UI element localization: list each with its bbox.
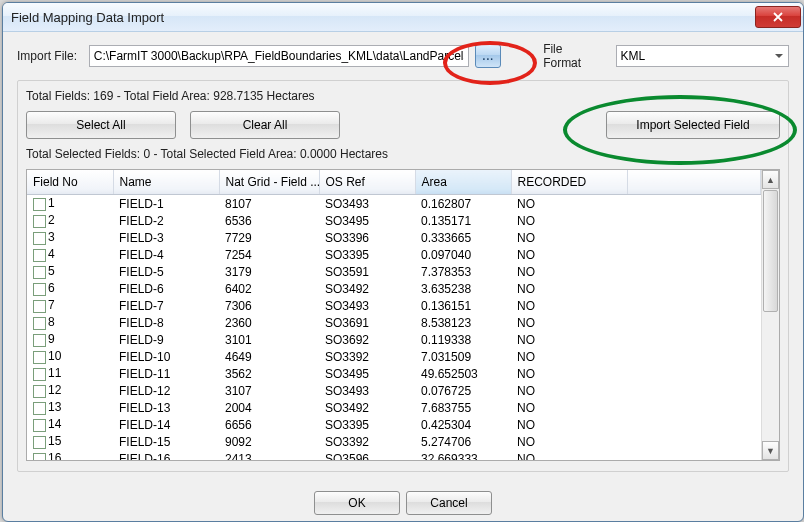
table-row[interactable]: 14FIELD-146656SO33950.425304NO	[27, 416, 761, 433]
col-nat-grid[interactable]: Nat Grid - Field ...	[219, 170, 319, 195]
table-row[interactable]: 10FIELD-104649SO33927.031509NO	[27, 348, 761, 365]
cell-os-ref: SO3692	[319, 331, 415, 348]
table-header-row: Field No Name Nat Grid - Field ... OS Re…	[27, 170, 761, 195]
col-recorded[interactable]: RECORDED	[511, 170, 627, 195]
cell-os-ref: SO3395	[319, 416, 415, 433]
cell-recorded: NO	[511, 314, 627, 331]
cell-os-ref: SO3495	[319, 365, 415, 382]
scroll-down-arrow[interactable]: ▼	[762, 441, 779, 460]
table-row[interactable]: 4FIELD-47254SO33950.097040NO	[27, 246, 761, 263]
cell-area: 0.162807	[415, 195, 511, 213]
cell-recorded: NO	[511, 229, 627, 246]
cell-os-ref: SO3493	[319, 297, 415, 314]
cell-os-ref: SO3492	[319, 280, 415, 297]
cell-name: FIELD-14	[113, 416, 219, 433]
row-checkbox[interactable]	[33, 249, 46, 262]
cell-nat-grid: 6402	[219, 280, 319, 297]
scroll-up-arrow[interactable]: ▲	[762, 170, 779, 189]
row-checkbox[interactable]	[33, 385, 46, 398]
cell-recorded: NO	[511, 263, 627, 280]
file-format-select[interactable]: KML	[616, 45, 789, 67]
browse-button[interactable]: ...	[475, 44, 501, 68]
row-checkbox[interactable]	[33, 283, 46, 296]
row-checkbox[interactable]	[33, 453, 46, 460]
col-field-no[interactable]: Field No	[27, 170, 113, 195]
row-checkbox[interactable]	[33, 334, 46, 347]
cell-recorded: NO	[511, 195, 627, 213]
fields-table-container: Field No Name Nat Grid - Field ... OS Re…	[26, 169, 780, 461]
cell-area: 7.683755	[415, 399, 511, 416]
table-row[interactable]: 3FIELD-37729SO33960.333665NO	[27, 229, 761, 246]
cell-nat-grid: 9092	[219, 433, 319, 450]
cancel-button[interactable]: Cancel	[406, 491, 492, 515]
table-row[interactable]: 6FIELD-66402SO34923.635238NO	[27, 280, 761, 297]
row-checkbox[interactable]	[33, 419, 46, 432]
col-name[interactable]: Name	[113, 170, 219, 195]
table-row[interactable]: 1FIELD-18107SO34930.162807NO	[27, 195, 761, 213]
table-row[interactable]: 13FIELD-132004SO34927.683755NO	[27, 399, 761, 416]
cell-nat-grid: 7254	[219, 246, 319, 263]
cell-area: 0.076725	[415, 382, 511, 399]
table-row[interactable]: 9FIELD-93101SO36920.119338NO	[27, 331, 761, 348]
cell-nat-grid: 3101	[219, 331, 319, 348]
import-file-input[interactable]	[89, 45, 470, 67]
cell-recorded: NO	[511, 382, 627, 399]
scroll-track[interactable]	[762, 313, 779, 441]
close-button[interactable]	[755, 6, 801, 28]
table-row[interactable]: 8FIELD-82360SO36918.538123NO	[27, 314, 761, 331]
scroll-thumb[interactable]	[763, 190, 778, 312]
vertical-scrollbar[interactable]: ▲ ▼	[761, 170, 779, 460]
cell-area: 0.425304	[415, 416, 511, 433]
cell-name: FIELD-6	[113, 280, 219, 297]
table-row[interactable]: 2FIELD-26536SO34950.135171NO	[27, 212, 761, 229]
table-row[interactable]: 5FIELD-53179SO35917.378353NO	[27, 263, 761, 280]
cell-name: FIELD-8	[113, 314, 219, 331]
cell-os-ref: SO3493	[319, 382, 415, 399]
table-row[interactable]: 15FIELD-159092SO33925.274706NO	[27, 433, 761, 450]
cell-area: 0.097040	[415, 246, 511, 263]
cell-nat-grid: 3107	[219, 382, 319, 399]
table-row[interactable]: 16FIELD-162413SO359632.669333NO	[27, 450, 761, 460]
col-area[interactable]: Area	[415, 170, 511, 195]
table-row[interactable]: 12FIELD-123107SO34930.076725NO	[27, 382, 761, 399]
import-file-row: Import File: ... File Format KML	[17, 42, 789, 70]
cell-name: FIELD-10	[113, 348, 219, 365]
clear-all-button[interactable]: Clear All	[190, 111, 340, 139]
cell-area: 0.119338	[415, 331, 511, 348]
fields-table-scroll: Field No Name Nat Grid - Field ... OS Re…	[27, 170, 761, 460]
selected-totals-summary: Total Selected Fields: 0 - Total Selecte…	[26, 147, 780, 161]
fields-table: Field No Name Nat Grid - Field ... OS Re…	[27, 170, 761, 460]
row-checkbox[interactable]	[33, 317, 46, 330]
row-checkbox[interactable]	[33, 436, 46, 449]
row-checkbox[interactable]	[33, 266, 46, 279]
row-checkbox[interactable]	[33, 402, 46, 415]
select-all-button[interactable]: Select All	[26, 111, 176, 139]
cell-name: FIELD-3	[113, 229, 219, 246]
cell-name: FIELD-4	[113, 246, 219, 263]
table-row[interactable]: 7FIELD-77306SO34930.136151NO	[27, 297, 761, 314]
cell-area: 0.333665	[415, 229, 511, 246]
row-checkbox[interactable]	[33, 215, 46, 228]
row-checkbox[interactable]	[33, 351, 46, 364]
col-os-ref[interactable]: OS Ref	[319, 170, 415, 195]
cell-area: 7.378353	[415, 263, 511, 280]
ok-button[interactable]: OK	[314, 491, 400, 515]
cell-recorded: NO	[511, 399, 627, 416]
row-checkbox[interactable]	[33, 368, 46, 381]
cell-nat-grid: 7729	[219, 229, 319, 246]
import-selected-button[interactable]: Import Selected Field	[606, 111, 780, 139]
client-area: Import File: ... File Format KML Total F…	[3, 32, 803, 480]
cell-os-ref: SO3395	[319, 246, 415, 263]
table-row[interactable]: 11FIELD-113562SO349549.652503NO	[27, 365, 761, 382]
cell-os-ref: SO3493	[319, 195, 415, 213]
ellipsis-icon: ...	[483, 51, 494, 62]
cell-nat-grid: 3179	[219, 263, 319, 280]
row-checkbox[interactable]	[33, 232, 46, 245]
cell-recorded: NO	[511, 348, 627, 365]
cell-name: FIELD-1	[113, 195, 219, 213]
row-checkbox[interactable]	[33, 198, 46, 211]
cell-os-ref: SO3396	[319, 229, 415, 246]
window-title: Field Mapping Data Import	[11, 10, 164, 25]
file-format-label: File Format	[543, 42, 603, 70]
row-checkbox[interactable]	[33, 300, 46, 313]
